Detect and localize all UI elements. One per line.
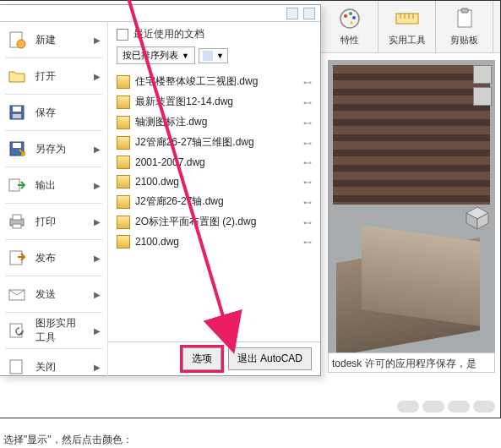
recent-file[interactable]: 最新装置图12-14.dwg⊷ [117,93,312,111]
pin-icon[interactable]: ⊷ [303,238,312,246]
svg-rect-24 [13,215,21,220]
chevron-right-icon: ▶ [94,217,101,227]
pin-icon[interactable]: ⊷ [303,198,312,206]
ribbon-props-label: 特性 [340,34,359,46]
svg-rect-19 [13,114,21,118]
saveas-disk-icon [7,139,27,159]
chevron-right-icon: ▶ [94,36,101,45]
ribbon-clipboard[interactable]: 剪贴板 [436,1,493,52]
exit-button[interactable]: 退出 AutoCAD [228,347,312,370]
printer-icon [7,211,27,232]
minimize-icon[interactable] [473,65,492,84]
menu-util[interactable]: 图形实用工具 ▶ [0,313,107,348]
svg-point-1 [344,14,347,18]
svg-rect-21 [13,143,21,148]
recent-file[interactable]: 轴测图标注.dwg⊷ [117,113,312,131]
ribbon: 特性 实用工具 剪贴板 [321,1,500,53]
pin-icon[interactable]: ⊷ [303,78,312,86]
pin-icon[interactable]: ⊷ [303,158,312,167]
menu-print-label: 打印 [35,215,56,229]
options-button[interactable]: 选项 [182,347,221,370]
wrench-icon [7,320,27,341]
menu-toolbar [0,5,320,22]
pin-icon[interactable]: ⊷ [303,139,312,147]
ribbon-tools-label: 实用工具 [389,34,426,46]
menu-close-label: 关闭 [35,360,56,374]
status-text: todesk 许可的应用程序保存，是 [328,352,495,373]
recent-file[interactable]: J2管廊26-27轴三维图.dwg⊷ [117,134,312,151]
save-disk-icon [7,102,27,123]
sort-dropdown[interactable]: 按已排序列表 ▼ [117,46,195,64]
export-icon [7,175,27,195]
pin-toggle-icon[interactable] [303,8,315,19]
chevron-right-icon: ▶ [94,72,101,81]
menu-save-label: 保存 [35,106,56,120]
menu-bottom-bar: 选项 退出 AutoCAD [108,341,320,375]
menu-print[interactable]: 打印 ▶ [0,204,107,239]
menu-util-label: 图形实用工具 [35,316,85,345]
ribbon-props[interactable]: 特性 [321,1,378,52]
chevron-right-icon: ▶ [94,290,101,299]
menu-publish[interactable]: 发布 ▶ [0,240,107,276]
menu-close[interactable]: 关闭 ▶ [0,349,107,385]
recent-file[interactable]: J2管廊26-27轴.dwg⊷ [117,193,312,210]
svg-rect-5 [396,14,418,24]
sort-label: 按已排序列表 [123,49,178,62]
publish-icon [7,248,27,268]
menu-publish-label: 发布 [35,251,56,265]
svg-rect-18 [13,107,21,112]
menu-export[interactable]: 输出 ▶ [0,167,107,203]
chevron-down-icon: ▼ [216,52,224,60]
recent-file[interactable]: 住宅楼整体竣工三视图.dwg⊷ [117,73,312,90]
chevron-right-icon: ▶ [94,181,101,190]
menu-new-label: 新建 [35,33,56,47]
page-caption: 选择"显示"，然后点击颜色： [3,433,133,447]
recent-file[interactable]: 2O标注平面布置图 (2).dwg⊷ [117,213,312,231]
dwg-icon [117,96,130,109]
chevron-right-icon: ▶ [94,363,101,372]
view-dropdown[interactable]: ▼ [199,48,228,63]
dwg-icon [117,75,130,89]
dwg-icon [117,235,130,249]
recent-file[interactable]: 2001-2007.dwg⊷ [117,154,312,171]
dwg-icon [117,195,130,209]
svg-point-16 [17,40,25,48]
dwg-icon [117,156,130,169]
chevron-right-icon: ▶ [94,254,101,263]
decorative-blobs [397,401,495,412]
menu-open[interactable]: 打开 ▶ [0,58,107,94]
menu-export-label: 输出 [35,178,56,193]
pin-icon[interactable]: ⊷ [303,218,312,227]
viewport-tool-icon[interactable] [473,87,492,106]
ribbon-tools[interactable]: 实用工具 [378,1,436,52]
viewcube-icon[interactable] [465,205,490,231]
recent-file[interactable]: 2100.dwg⊷ [117,233,312,250]
pin-icon[interactable]: ⊷ [303,118,312,127]
menu-new[interactable]: 新建 ▶ [0,22,107,57]
svg-rect-11 [461,8,468,13]
menu-save[interactable]: 保存 [0,95,107,130]
svg-point-4 [350,21,353,25]
pin-icon[interactable]: ⊷ [303,98,312,107]
menu-saveas[interactable]: 另存为 ▶ [0,131,107,167]
dwg-icon [117,116,130,129]
svg-rect-25 [13,224,21,228]
clipboard-icon [453,7,476,30]
ribbon-clipboard-label: 剪贴板 [450,34,478,46]
search-icon[interactable] [286,8,298,19]
new-doc-icon [7,30,27,50]
chevron-right-icon: ▶ [94,326,101,336]
menu-send-label: 发送 [35,287,56,302]
recent-doc-icon [117,29,128,41]
recent-file[interactable]: 2100.dwg⊷ [117,173,312,190]
svg-rect-29 [10,360,22,374]
grid-icon [203,51,213,61]
ruler-icon [395,7,419,30]
dwg-icon [117,175,130,188]
menu-send[interactable]: 发送 ▶ [0,276,107,312]
dwg-icon [117,216,130,229]
chevron-down-icon: ▼ [182,52,189,60]
svg-point-2 [349,12,352,15]
pin-icon[interactable]: ⊷ [303,178,312,186]
drawing-viewport[interactable] [328,60,495,364]
